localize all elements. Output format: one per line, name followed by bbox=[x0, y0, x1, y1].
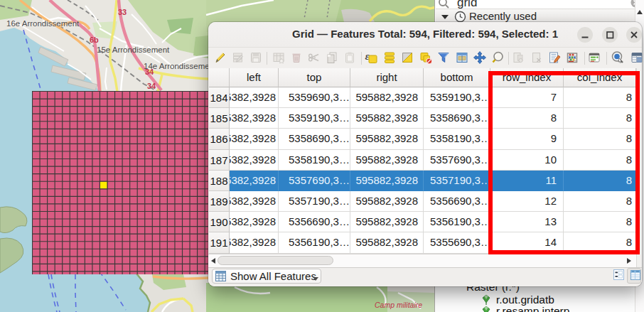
svg-text:34: 34 bbox=[147, 82, 156, 90]
svg-text:Camp militaire: Camp militaire bbox=[375, 301, 422, 309]
svg-text:34: 34 bbox=[145, 68, 154, 76]
svg-text:14e Arrondissement: 14e Arrondissement bbox=[144, 62, 217, 70]
svg-text:33: 33 bbox=[118, 8, 127, 16]
svg-text:16e Arrondissement: 16e Arrondissement bbox=[6, 19, 80, 28]
svg-text:15e Arrondissement: 15e Arrondissement bbox=[97, 45, 170, 54]
svg-text:6b: 6b bbox=[90, 36, 99, 44]
